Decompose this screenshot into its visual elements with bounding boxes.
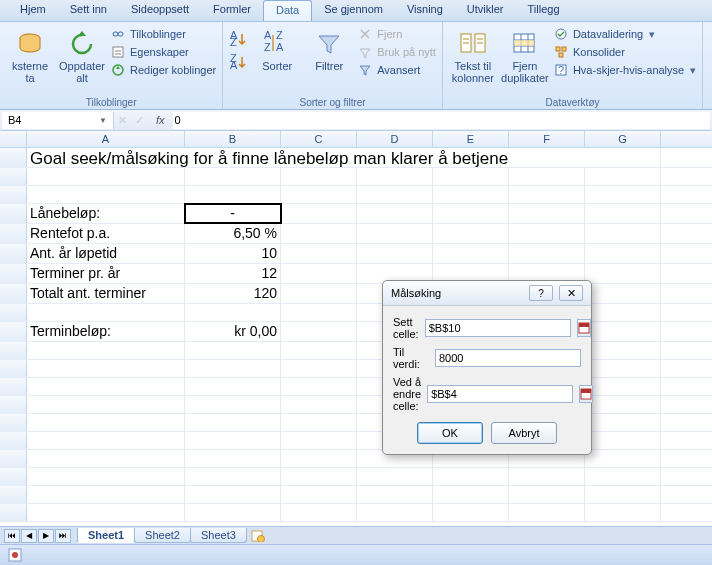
- group-label-data-tools: Dataverktøy: [449, 97, 696, 109]
- properties-button[interactable]: Egenskaper: [110, 44, 216, 60]
- svg-text:Z: Z: [264, 41, 271, 53]
- sort-asc-button[interactable]: AZ: [229, 30, 249, 50]
- ref-picker-button[interactable]: [577, 319, 591, 337]
- col-header-f[interactable]: F: [509, 131, 585, 147]
- tab-sideoppsett[interactable]: Sideoppsett: [119, 0, 201, 21]
- row-header[interactable]: [0, 168, 27, 185]
- tab-settinn[interactable]: Sett inn: [58, 0, 119, 21]
- edit-links-icon: [110, 62, 126, 78]
- col-header-c[interactable]: C: [281, 131, 357, 147]
- ok-button[interactable]: OK: [417, 422, 483, 444]
- sort-icon: AZZA: [261, 28, 293, 60]
- refresh-all-button[interactable]: Oppdater alt: [58, 24, 106, 84]
- cell-a5[interactable]: Rentefot p.a.: [27, 224, 185, 243]
- row-header[interactable]: [0, 244, 27, 263]
- sort-button[interactable]: AZZA Sorter: [253, 24, 301, 72]
- tab-nav-last[interactable]: ⏭: [55, 529, 71, 543]
- name-box[interactable]: B4▼: [2, 112, 114, 129]
- col-header-b[interactable]: B: [185, 131, 281, 147]
- row-header[interactable]: [0, 342, 27, 359]
- col-header-d[interactable]: D: [357, 131, 433, 147]
- remove-dup-icon: [509, 28, 541, 60]
- row-header[interactable]: [0, 224, 27, 243]
- data-validation-button[interactable]: Datavalidering▾: [553, 26, 696, 42]
- ref-picker-button[interactable]: [579, 385, 593, 403]
- row-header[interactable]: [0, 504, 27, 521]
- row-header[interactable]: [0, 468, 27, 485]
- tab-segjennon[interactable]: Se gjennom: [312, 0, 395, 21]
- tab-nav-prev[interactable]: ◀: [21, 529, 37, 543]
- row-header[interactable]: [0, 322, 27, 341]
- edit-links-button[interactable]: Rediger koblinger: [110, 62, 216, 78]
- fx-icon[interactable]: fx: [148, 114, 173, 126]
- cell-a8[interactable]: Totalt ant. terminer: [27, 284, 185, 303]
- advanced-filter-button[interactable]: Avansert: [357, 62, 436, 78]
- sort-desc-button[interactable]: ZA: [229, 53, 249, 73]
- consolidate-button[interactable]: Konsolider: [553, 44, 696, 60]
- row-header[interactable]: [0, 450, 27, 467]
- col-header-e[interactable]: E: [433, 131, 509, 147]
- cancel-button[interactable]: Avbryt: [491, 422, 557, 444]
- tab-nav-next[interactable]: ▶: [38, 529, 54, 543]
- tab-hjem[interactable]: Hjem: [8, 0, 58, 21]
- svg-rect-2: [118, 32, 123, 36]
- row-header[interactable]: [0, 304, 27, 321]
- remove-duplicates-button[interactable]: Fjern duplikater: [501, 24, 549, 84]
- row-header[interactable]: [0, 432, 27, 449]
- connections-button[interactable]: Tilkoblinger: [110, 26, 216, 42]
- tab-tillegg[interactable]: Tillegg: [516, 0, 572, 21]
- svg-rect-1: [113, 32, 118, 36]
- set-cell-input[interactable]: [425, 319, 571, 337]
- row-header[interactable]: [0, 486, 27, 503]
- to-value-input[interactable]: [435, 349, 581, 367]
- close-icon: ✕: [567, 287, 576, 300]
- cell-b6[interactable]: 10: [185, 244, 281, 263]
- row-header[interactable]: [0, 264, 27, 283]
- tab-data[interactable]: Data: [263, 0, 312, 21]
- row-header[interactable]: [0, 414, 27, 431]
- macro-record-icon[interactable]: [8, 548, 22, 562]
- row-header[interactable]: [0, 360, 27, 377]
- group-label-sort-filter: Sorter og filtrer: [229, 97, 436, 109]
- cell-b8[interactable]: 120: [185, 284, 281, 303]
- enter-icon[interactable]: ✓: [131, 114, 148, 127]
- cell-a6[interactable]: Ant. år løpetid: [27, 244, 185, 263]
- cell-b7[interactable]: 12: [185, 264, 281, 283]
- row-header[interactable]: [0, 396, 27, 413]
- what-if-button[interactable]: ?Hva-skjer-hvis-analyse▾: [553, 62, 696, 78]
- sheet-tab-3[interactable]: Sheet3: [190, 528, 247, 543]
- by-changing-input[interactable]: [427, 385, 573, 403]
- cell-a7[interactable]: Terminer pr. år: [27, 264, 185, 283]
- new-sheet-button[interactable]: [250, 529, 266, 543]
- external-data-button[interactable]: ksterne ta: [6, 24, 54, 84]
- cell-b5[interactable]: 6,50 %: [185, 224, 281, 243]
- filter-button[interactable]: Filtrer: [305, 24, 353, 72]
- row-header[interactable]: [0, 148, 27, 167]
- cell-b4[interactable]: -: [185, 204, 281, 223]
- cell-a1[interactable]: Goal seek/målsøking for å finne lånebelø…: [27, 148, 661, 167]
- sheet-tab-2[interactable]: Sheet2: [134, 528, 191, 543]
- formula-input[interactable]: 0: [173, 112, 710, 129]
- col-header-g[interactable]: G: [585, 131, 661, 147]
- cell-b10[interactable]: kr 0,00: [185, 322, 281, 341]
- row-header[interactable]: [0, 204, 27, 223]
- row-header[interactable]: [0, 284, 27, 303]
- col-header-a[interactable]: A: [27, 131, 185, 147]
- select-all-corner[interactable]: [0, 131, 27, 147]
- set-cell-label: Sett celle:: [393, 316, 419, 340]
- cell-a10[interactable]: Terminbeløp:: [27, 322, 185, 341]
- tab-visning[interactable]: Visning: [395, 0, 455, 21]
- text-to-columns-button[interactable]: Tekst til kolonner: [449, 24, 497, 84]
- row-header[interactable]: [0, 186, 27, 203]
- cancel-icon[interactable]: ✕: [114, 114, 131, 127]
- tab-utvikler[interactable]: Utvikler: [455, 0, 516, 21]
- tab-nav-first[interactable]: ⏮: [4, 529, 20, 543]
- help-button[interactable]: ?: [529, 285, 553, 301]
- sheet-tab-1[interactable]: Sheet1: [77, 528, 135, 543]
- row-header[interactable]: [0, 378, 27, 395]
- svg-text:Z: Z: [230, 36, 237, 48]
- cell-a4[interactable]: Lånebeløp:: [27, 204, 185, 223]
- close-button[interactable]: ✕: [559, 285, 583, 301]
- tab-formler[interactable]: Formler: [201, 0, 263, 21]
- whatif-icon: ?: [553, 62, 569, 78]
